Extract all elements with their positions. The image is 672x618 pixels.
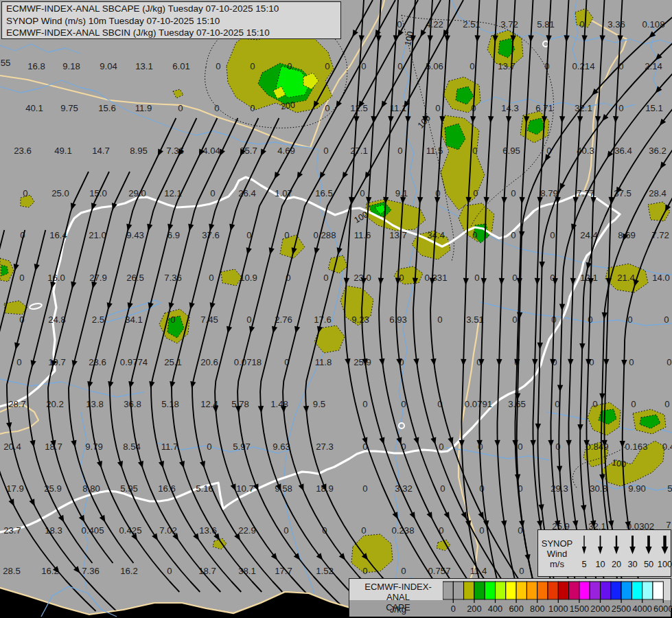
station-value: 6.95 xyxy=(502,146,520,156)
station-value: 0 xyxy=(323,273,328,283)
colorbar-swatch xyxy=(621,582,632,599)
station-value: 11.6 xyxy=(354,230,371,240)
station-value: 9.43 xyxy=(126,230,144,240)
colorbar-tick-label: 0 xyxy=(451,604,456,614)
station-value: 3.32 xyxy=(395,483,413,494)
station-value: 0.288 xyxy=(313,230,336,240)
station-value: 8.95 xyxy=(130,146,148,156)
station-value: 0.4 xyxy=(662,442,672,452)
contour-label: 200 xyxy=(280,100,296,112)
station-value: 10.7 xyxy=(236,483,254,494)
station-value: 0 xyxy=(216,61,220,71)
station-value: 4.22 xyxy=(426,19,443,30)
colorbar-swatch xyxy=(443,582,453,599)
station-value: 0.9774 xyxy=(120,357,148,367)
station-value: 0 xyxy=(178,103,183,113)
station-value: 0 xyxy=(361,61,366,71)
colorbar-tick-label: 600 xyxy=(509,604,523,614)
station-value: 9.58 xyxy=(275,483,292,494)
station-value: 0 xyxy=(627,314,632,325)
station-value: 8.79 xyxy=(540,188,558,198)
station-value: 16.8 xyxy=(27,61,45,71)
colorbar-swatch xyxy=(653,582,663,599)
station-value: 0.0718 xyxy=(234,357,262,367)
station-value: 18.3 xyxy=(45,525,62,536)
station-value: 0.238 xyxy=(391,525,414,536)
station-value: 16.2 xyxy=(120,566,138,576)
station-value: 9.79 xyxy=(85,442,103,452)
colorbar-swatch xyxy=(611,582,621,599)
station-value: 0 xyxy=(397,19,402,30)
wind-legend-unit: m/s xyxy=(538,559,576,569)
station-value: 13.6 xyxy=(199,525,217,536)
colorbar-tick-label: 2000 xyxy=(590,604,610,614)
station-value: 23.6 xyxy=(14,146,32,156)
wind-speed-label: 30 xyxy=(627,559,637,569)
station-value: 0 xyxy=(401,399,406,409)
station-value: 24.4 xyxy=(580,230,598,240)
station-value: 0 xyxy=(360,188,364,198)
station-value: 0 xyxy=(362,399,367,409)
station-value: 0 xyxy=(284,230,289,240)
colorbar-tick-label: 4000 xyxy=(632,604,651,614)
colorbar-tick-label: 2500 xyxy=(612,604,631,614)
colorbar-swatch xyxy=(506,582,516,599)
station-value: 0 xyxy=(287,61,292,71)
station-value: 25.0 xyxy=(51,188,69,198)
station-value: 9.18 xyxy=(62,61,80,71)
colorbar-swatch xyxy=(464,582,474,599)
colorbar-swatch xyxy=(453,582,463,599)
wind-speed-label: 100 xyxy=(658,559,672,569)
title-wind: SYNOP Wind (m/s) 10m Tuesday 07-10-2025 … xyxy=(6,15,336,27)
station-value: 0 xyxy=(629,357,634,367)
station-value: 15.0 xyxy=(89,188,107,198)
station-value: 7 xyxy=(666,520,671,530)
station-value: 0 xyxy=(473,188,478,198)
station-value: 0 xyxy=(167,566,172,576)
station-value: 25.1 xyxy=(164,357,182,367)
station-value: 0 xyxy=(325,103,329,113)
station-value: 13.8 xyxy=(86,399,104,409)
station-value: 9.1 xyxy=(395,188,408,198)
colorbar-tick-label: 1000 xyxy=(548,604,568,614)
station-value: 0 xyxy=(435,103,440,113)
station-value: 0 xyxy=(518,442,522,452)
station-value: 27.1 xyxy=(350,146,368,156)
colorbar-swatch xyxy=(558,582,568,599)
station-value: 0 xyxy=(439,442,443,452)
station-value: 12.1 xyxy=(580,273,598,283)
station-value: 11.7 xyxy=(161,442,178,452)
station-value: 28.7 xyxy=(8,399,26,409)
station-value: 36.2 xyxy=(649,146,667,156)
station-value: 0 xyxy=(401,566,406,576)
colorbar-tick-label: 200 xyxy=(467,604,481,614)
colorbar-swatch xyxy=(590,582,600,599)
station-value: 14.7 xyxy=(92,146,110,156)
station-value: 9.5 xyxy=(313,399,325,409)
station-value: 0 xyxy=(214,103,219,113)
colorbar-swatch xyxy=(601,582,611,599)
station-value: 5.81 xyxy=(537,19,555,30)
colorbar-tick-label: 6000 xyxy=(653,604,672,614)
station-value: 0 xyxy=(362,566,367,576)
title-sbcin: ECMWF-INDEX-ANAL SBCIN (J/kg) Tuesday 07… xyxy=(6,27,336,39)
station-value: 0 xyxy=(667,357,671,367)
colorbar-tick-label: 400 xyxy=(488,604,502,614)
wind-legend: SYNOP Wind m/s 510203050100 xyxy=(537,529,671,577)
wind-speed-arrows: 510203050100 xyxy=(576,531,672,575)
station-value: 3.51 xyxy=(466,314,484,325)
station-value: 30.8 xyxy=(590,483,607,494)
station-value: 0 xyxy=(474,273,479,283)
wind-speed-label: 5 xyxy=(581,559,586,569)
station-value: 0 xyxy=(19,273,24,283)
station-value: 0.163 xyxy=(625,442,647,452)
station-value: 0 xyxy=(23,188,27,198)
station-value: 9.23 xyxy=(351,314,369,325)
station-value: 0.0791 xyxy=(465,399,492,409)
wind-speed-label: 10 xyxy=(595,559,605,569)
station-value: 0 xyxy=(250,103,255,113)
station-value: 9.63 xyxy=(273,442,290,452)
station-value: 0 xyxy=(579,19,584,30)
station-value: 0 xyxy=(472,146,477,156)
station-value: 25.9 xyxy=(354,357,371,367)
